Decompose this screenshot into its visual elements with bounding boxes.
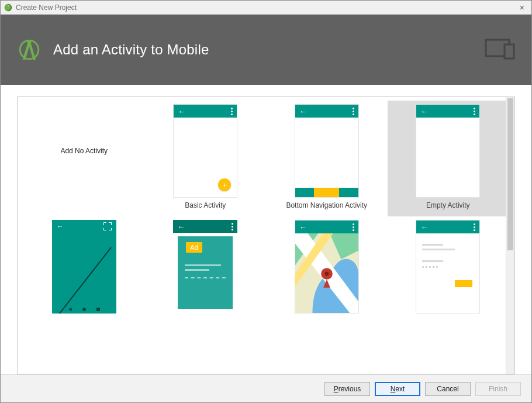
back-arrow-icon: ← [299, 223, 307, 231]
activity-option-empty[interactable]: ← Empty Activity [388, 101, 509, 216]
activity-option-basic[interactable]: ← + Basic Activity [145, 101, 267, 216]
basic-activity-thumb: ← + [173, 104, 237, 198]
overflow-icon [231, 108, 233, 115]
activity-label: Basic Activity [185, 201, 226, 211]
cancel-button[interactable]: Cancel [425, 382, 471, 396]
login-button-icon [455, 280, 472, 287]
no-activity-label: Add No Activity [60, 104, 108, 198]
back-arrow-icon: ← [420, 223, 428, 231]
activity-option-maps[interactable]: ← [266, 216, 388, 332]
activity-label: Empty Activity [426, 201, 470, 211]
fullscreen-activity-thumb: ← [52, 220, 116, 314]
activity-gallery: Add No Activity ← + Basic Activity [17, 97, 515, 374]
maps-activity-thumb: ← [295, 220, 359, 314]
overflow-icon [474, 223, 475, 231]
admob-activity-thumb: ← Ad [173, 220, 237, 314]
overflow-icon [353, 223, 354, 231]
android-studio-icon [4, 4, 12, 12]
map-icon [295, 233, 358, 313]
svg-point-3 [27, 40, 31, 44]
window-titlebar: Create New Project × [1, 1, 531, 15]
window-close-button[interactable]: × [516, 3, 528, 12]
wizard-header: Add an Activity to Mobile [1, 15, 531, 85]
wizard-content: Add No Activity ← + Basic Activity [1, 85, 531, 374]
activity-option-bottom-nav[interactable]: ← Bottom Navigation Activity [266, 101, 388, 216]
wizard-title: Add an Activity to Mobile [53, 42, 209, 58]
fab-icon: + [218, 178, 231, 191]
bottom-nav-bar-icon [295, 188, 358, 197]
next-button[interactable]: Next [375, 382, 420, 396]
overflow-icon [474, 108, 475, 115]
system-nav-icon [52, 308, 116, 311]
empty-activity-thumb: ← [416, 104, 480, 198]
vertical-scrollbar[interactable] [506, 97, 514, 374]
back-arrow-icon: ← [177, 223, 185, 230]
activity-option-fullscreen[interactable]: ← [23, 216, 145, 332]
expand-icon [103, 222, 112, 230]
previous-button[interactable]: Previous [324, 382, 370, 396]
overflow-icon [232, 223, 233, 230]
activity-option-login[interactable]: ← [388, 216, 509, 332]
activity-label: Bottom Navigation Activity [286, 201, 367, 211]
back-arrow-icon: ← [299, 108, 307, 115]
back-arrow-icon: ← [57, 222, 64, 230]
android-studio-logo-icon [16, 36, 43, 63]
back-arrow-icon: ← [420, 108, 428, 115]
scrollbar-thumb[interactable] [507, 98, 513, 250]
window-title: Create New Project [16, 4, 77, 12]
activity-option-admob[interactable]: ← Ad [145, 216, 267, 332]
svg-point-0 [5, 4, 12, 11]
back-arrow-icon: ← [178, 108, 185, 115]
activity-option-none[interactable]: Add No Activity [23, 101, 145, 216]
wizard-footer: Previous Next Cancel Finish [1, 374, 531, 402]
svg-point-12 [324, 272, 329, 276]
overflow-icon [353, 108, 354, 115]
svg-rect-5 [505, 44, 514, 58]
bottom-nav-thumb: ← [295, 104, 359, 198]
login-activity-thumb: ← [416, 220, 480, 314]
ad-badge: Ad [186, 242, 202, 253]
form-factor-icon [485, 37, 516, 63]
svg-point-1 [8, 5, 9, 6]
finish-button[interactable]: Finish [475, 382, 521, 396]
